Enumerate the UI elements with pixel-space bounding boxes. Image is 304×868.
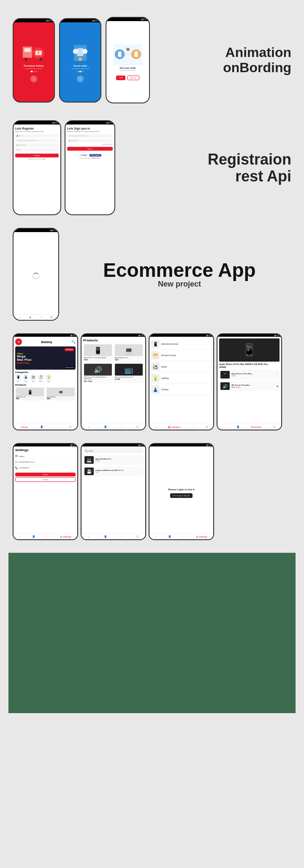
nav-se-menu[interactable]: ☰ <box>136 535 138 538</box>
settings-phone[interactable]: 📞 01265046177 <box>15 465 76 471</box>
nav-se-home[interactable]: ⌂ <box>88 535 90 538</box>
phone-splash: ▐▐ ▐ 100% ⌂ ♟ ♡ ☰ <box>13 228 59 321</box>
purchase-next-btn[interactable]: › <box>30 76 37 82</box>
nav-wish-2[interactable]: ♡ <box>55 425 57 428</box>
settings-title: Settings <box>15 448 76 452</box>
search-query: laptop <box>89 450 93 452</box>
search-result-1[interactable]: 💻 Apple MacBook Pro 65500 <box>83 455 144 465</box>
signin-button[interactable]: Sign In <box>67 147 113 151</box>
cat-list-clothes[interactable]: 👗 Clothes › <box>151 384 212 395</box>
nav-w-menu[interactable]: ⚙ settings <box>196 535 207 538</box>
search-content: 🔍 laptop 💻 Apple MacBook Pro 65500 💾 Kin… <box>81 446 145 539</box>
detail-2-price-new: delete <box>236 386 241 388</box>
update-button[interactable]: Update <box>15 473 76 476</box>
nav-w-profile[interactable]: 👤 <box>168 535 171 538</box>
nav-c-wish[interactable]: ♡ <box>192 425 194 428</box>
back-arrow[interactable]: ‹ <box>108 95 109 98</box>
signin-email-field[interactable]: ✉Email, phone & username <box>67 134 113 138</box>
nav-profile[interactable]: ♟ <box>29 316 31 319</box>
nav-c-menu[interactable]: ☰ <box>206 425 208 428</box>
signup-btn[interactable]: Sign Up <box>127 76 139 80</box>
logout-button[interactable]: Logout <box>15 477 76 482</box>
detail-2-fav[interactable]: ♥ <box>277 385 278 388</box>
nav-w-home[interactable]: ⌂ <box>155 535 157 538</box>
cat-item-music[interactable]: 🎵 Music <box>38 374 44 382</box>
name-field[interactable]: 👤Name <box>15 134 59 138</box>
google-label: Google <box>82 154 87 156</box>
settings-email[interactable]: ✉ badawy1@gmail.com <box>15 459 76 465</box>
nav-home-active[interactable]: ⌂ home <box>19 426 28 428</box>
nav-s-profile[interactable]: 👤 <box>32 535 35 538</box>
cat-item-light[interactable]: 💡 Light <box>46 374 52 382</box>
signin-title: Lets Sign you in <box>67 127 113 130</box>
phone-wishlist: ▐▐ 100% Please Login to Use it Go to Log… <box>149 443 214 540</box>
phone-signin: ▐▐ ▐ 100% Lets Sign you in Welcome Back … <box>65 120 115 215</box>
nav-p-home[interactable]: ⌂ <box>88 426 90 428</box>
signin-password-field[interactable]: 🔒Password <box>67 139 113 142</box>
email-icon: ✉ <box>15 460 17 463</box>
cat-item-clothes[interactable]: 👗 Cloth <box>23 374 29 382</box>
nav-s-home[interactable]: ⌂ <box>19 535 21 538</box>
password-field[interactable]: 🔒Password <box>15 143 59 147</box>
detail-1-fav[interactable]: ♡ <box>276 373 278 376</box>
google-btn[interactable]: G Google <box>79 154 88 157</box>
cat-list-sports[interactable]: ⚽ sports › <box>151 361 212 373</box>
register-link[interactable]: Don't have account? Register Now <box>67 157 113 159</box>
home-product-2-img: 💻 <box>47 388 75 396</box>
email-field[interactable]: ✉Email, phone & username <box>15 139 59 142</box>
cat-list-corona[interactable]: 😷 Prevent Corona › <box>151 350 212 361</box>
nav-c-cat[interactable]: ▦ category <box>168 425 181 428</box>
wishlist-message: Please Login to Use it <box>168 488 194 491</box>
phone-field[interactable]: Phone <box>15 148 59 151</box>
nav-c-home[interactable]: ⌂ <box>155 426 157 428</box>
search-magnifier: 🔍 <box>85 449 88 452</box>
nav-d-profile[interactable]: 👤 <box>236 425 239 428</box>
cat-electronic-name: electronic devices <box>161 343 178 345</box>
cat-list-lighting[interactable]: 💡 Lighting › <box>151 373 212 384</box>
cat-list-electronic[interactable]: 📱 electronic devices › <box>151 338 212 350</box>
nav-d-menu[interactable]: ☰ <box>273 425 275 428</box>
detail-2-price-old: $998 <box>231 386 235 388</box>
nav-se-wish[interactable]: ♡ <box>120 535 122 538</box>
product-card-4[interactable]: 📺 Samsung 43-inch Smart TV... $1,499 <box>114 363 144 383</box>
nav-w-wish[interactable]: ♡ <box>182 535 185 538</box>
facebook-btn[interactable]: Go to Social <box>90 154 101 157</box>
product-card-3[interactable]: 🔊 JBL Xtreme 2 Portable Waterproof Bluet… <box>83 363 113 383</box>
detail-item-2[interactable]: 🔊 JBL Xtreme 2 Portable... $998 delete ♥ <box>219 381 280 391</box>
search-icon[interactable]: 🔍 <box>71 340 76 344</box>
nav-d-fav[interactable]: ♥ favorite <box>251 426 262 428</box>
nav-profile-2[interactable]: 👤 <box>40 425 43 428</box>
nav-s-wish[interactable]: ♡ <box>46 535 49 538</box>
nav-menu[interactable]: ☰ <box>50 316 52 319</box>
nav-d-home[interactable]: ⌂ <box>223 426 225 428</box>
search-bottom-nav: ⌂ 👤 ♡ ☰ <box>81 533 145 539</box>
product-card-1[interactable]: 📱 Apple iPhone 12 Pro Max 256GB... $300 <box>83 343 113 362</box>
detail-item-1[interactable]: 📱 Apple iPhone 12 Pro Max... 25000 ♡ <box>219 370 280 380</box>
search-result-2[interactable]: 💾 Kingston A400 Internal SSD 2.5" 2... 5… <box>83 466 144 476</box>
login-link[interactable]: Already have account? Login <box>15 158 59 160</box>
product-main-name: Apple iPhone 12 Pro Max 256GB 6 GB RAM, … <box>219 363 280 365</box>
home-product-2[interactable]: 💻 Apple MacBook... $450 <box>46 387 76 400</box>
signup-button[interactable]: SignUp <box>15 154 59 157</box>
nav-p-menu[interactable]: ☰ <box>136 425 138 428</box>
search-input-bar[interactable]: 🔍 laptop <box>83 448 144 453</box>
login-btn[interactable]: Login <box>116 76 125 80</box>
cat-item-electronics[interactable]: 📱 Elec <box>15 374 21 382</box>
track-next-btn[interactable]: › <box>77 76 84 82</box>
nav-p-wish[interactable]: ♡ <box>120 425 122 428</box>
forgot-password[interactable]: Forget Password? <box>67 143 113 145</box>
nav-menu-2[interactable]: ☰ <box>69 425 71 428</box>
nav-wishlist[interactable]: ♡ <box>40 316 42 319</box>
settings-gallery[interactable]: 🖼 Gallery <box>15 454 76 459</box>
nav-s-settings[interactable]: ⚙ settings <box>60 535 71 538</box>
phone-settings: ▐▐ 100% Settings 🖼 Gallery ✉ badawy1@gma… <box>13 443 78 540</box>
product-card-2[interactable]: 💻 Apple MacBook Pro $450 <box>114 343 144 362</box>
nav-se-profile[interactable]: 👤 <box>104 535 107 538</box>
home-product-1[interactable]: 📱 Apple iPhone 12... $300 <box>15 387 45 400</box>
cat-item-sports[interactable]: ⚽ Sport <box>30 374 36 382</box>
login-link-text[interactable]: Login <box>42 158 45 160</box>
nav-p-profile[interactable]: 👤 <box>104 425 107 428</box>
nav-home[interactable]: ⌂ <box>19 316 21 319</box>
goto-login-button[interactable]: Go to Login or Sign Up <box>170 493 193 498</box>
product-3-img: 🔊 <box>84 364 112 376</box>
